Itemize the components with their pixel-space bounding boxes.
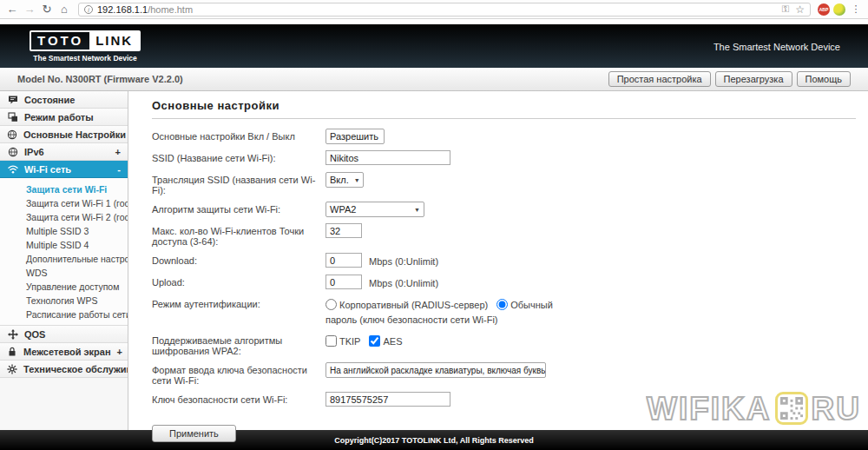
header-tagline: The Smartest Network Device bbox=[713, 42, 840, 52]
model-number: Model No. N300RT (Firmware V2.2.0) bbox=[17, 74, 183, 84]
form-row-wpa2-ciphers: Поддерживаемые алгоритмы шифрования WPA2… bbox=[152, 333, 856, 356]
browser-toolbar: ← → ↻ ⌂ i 192.168.1.1/home.htm ⚿ ☆ ABP ⋮ bbox=[0, 0, 868, 19]
gear-icon bbox=[7, 363, 17, 374]
sidebar-subitem[interactable]: WDS bbox=[0, 266, 128, 280]
brand-header: TOTO LINK The Smartest Network Device Th… bbox=[0, 24, 868, 68]
model-bar: Model No. N300RT (Firmware V2.2.0) Прост… bbox=[0, 68, 868, 91]
ssid-input[interactable] bbox=[326, 150, 450, 165]
mode-icon bbox=[7, 111, 18, 122]
key-format-select[interactable]: На английской раскладке клавиатуры, вклю… bbox=[326, 362, 546, 378]
sidebar-item-5[interactable]: QOS bbox=[0, 326, 128, 343]
upload-input[interactable] bbox=[326, 275, 362, 289]
form-row-ssid: SSID (Название сети Wi-Fi): bbox=[152, 150, 856, 166]
qos-icon bbox=[7, 328, 18, 340]
chevron-down-icon: ▼ bbox=[354, 177, 360, 183]
download-input[interactable] bbox=[326, 253, 362, 268]
wpa2-ciphers-option-0[interactable]: TKIP bbox=[326, 336, 360, 347]
sidebar-item-0[interactable]: Состояние bbox=[0, 91, 128, 109]
field-label: SSID (Название сети Wi-Fi): bbox=[152, 150, 326, 163]
sidebar-item-label: QOS bbox=[24, 329, 121, 340]
sidebar-subitem[interactable]: Multiple SSID 4 bbox=[0, 238, 128, 252]
auth-mode-option-0[interactable]: Корпоративный (RADIUS-сервер) bbox=[326, 300, 488, 310]
sidebar-nav: СостояниеРежим работыОсновные Настройки+… bbox=[0, 91, 128, 430]
totolink-logo: TOTO LINK The Smartest Network Device bbox=[30, 30, 141, 63]
star-icon[interactable]: ☆ bbox=[795, 3, 805, 16]
help-button[interactable]: Помощь bbox=[797, 71, 852, 87]
sidebar-item-7[interactable]: Техническое обслуживание+ bbox=[0, 361, 128, 378]
sidebar-subitem[interactable]: Дополнительные настройки bbox=[0, 252, 128, 266]
form-row-wifi-enable: Основные настройки Вкл / ВыклРазрешить▼ bbox=[152, 129, 856, 144]
sidebar-item-2[interactable]: Основные Настройки+ bbox=[0, 126, 128, 143]
ssid-broadcast-select[interactable]: Вкл.▼ bbox=[326, 172, 364, 188]
sidebar-item-label: Основные Настройки bbox=[23, 129, 126, 140]
sidebar-subitem[interactable]: Защита сети Wi-Fi 1 (гостевая) bbox=[0, 196, 128, 210]
sidebar-item-label: Режим работы bbox=[24, 112, 121, 122]
sidebar-subitem[interactable]: Multiple SSID 3 bbox=[0, 224, 128, 238]
sidebar-submenu: Защита сети Wi-FiЗащита сети Wi-Fi 1 (го… bbox=[0, 178, 128, 326]
field-label: Алгоритм защиты сети Wi-Fi: bbox=[152, 202, 326, 215]
field-label: Основные настройки Вкл / Выкл bbox=[152, 129, 326, 142]
sidebar-item-3[interactable]: IPv6+ bbox=[0, 143, 128, 161]
field-label: Макс. кол-во Wi-Fi-клиентов Точки доступ… bbox=[152, 223, 326, 247]
max-clients-input[interactable] bbox=[326, 223, 362, 238]
sidebar-item-1[interactable]: Режим работы bbox=[0, 109, 128, 126]
field-suffix: Mbps (0:Unlimit) bbox=[369, 276, 438, 288]
adblock-extension-icon[interactable]: ABP bbox=[818, 3, 830, 16]
form-row-download: Download:Mbps (0:Unlimit) bbox=[152, 253, 856, 268]
form-row-upload: Upload:Mbps (0:Unlimit) bbox=[152, 275, 856, 290]
easy-setup-button[interactable]: Простая настройка bbox=[608, 71, 711, 87]
form-row-ssid-broadcast: Трансляция SSID (названия сети Wi-Fi):Вк… bbox=[152, 172, 856, 195]
field-label: Ключ безопасности сети Wi-Fi: bbox=[152, 392, 326, 405]
home-icon[interactable]: ⌂ bbox=[57, 3, 71, 15]
sidebar-subitem[interactable]: Управление доступом bbox=[0, 280, 128, 294]
reload-icon[interactable]: ↻ bbox=[40, 3, 54, 15]
reboot-button[interactable]: Перезагрузка bbox=[715, 71, 792, 87]
sidebar-item-4[interactable]: Wi-Fi сеть- bbox=[0, 161, 128, 178]
sidebar-item-label: Межсетевой экран bbox=[23, 347, 111, 357]
field-label: Трансляция SSID (названия сети Wi-Fi): bbox=[152, 172, 326, 195]
globe-icon bbox=[7, 129, 17, 140]
field-label: Формат ввода ключа безопасности сети Wi-… bbox=[152, 362, 326, 386]
chevron-down-icon: ▼ bbox=[414, 207, 420, 213]
security-algorithm-select[interactable]: WPA2▼ bbox=[326, 202, 424, 217]
wifi-icon bbox=[7, 163, 18, 175]
settings-form: Основные настройки Вкл / ВыклРазрешить▼S… bbox=[152, 129, 856, 407]
browser-menu-icon[interactable]: ⋮ bbox=[849, 4, 863, 14]
title-divider bbox=[152, 118, 856, 119]
field-label: Upload: bbox=[152, 275, 326, 288]
form-row-auth-mode: Режим аутентификации:Корпоративный (RADI… bbox=[152, 296, 856, 327]
field-label: Режим аутентификации: bbox=[152, 296, 326, 309]
sidebar-subitem[interactable]: Расписание работы сети Wi-Fi bbox=[0, 308, 128, 321]
form-row-wifi-key: Ключ безопасности сети Wi-Fi: bbox=[152, 392, 856, 407]
url-text[interactable]: 192.168.1.1/home.htm bbox=[97, 4, 193, 15]
apply-button[interactable]: Применить bbox=[152, 425, 236, 442]
lock-icon bbox=[7, 346, 17, 357]
chevron-down-icon: ▼ bbox=[384, 134, 385, 140]
sidebar-item-label: Состояние bbox=[24, 95, 121, 105]
wpa2-ciphers-options: TKIPAES bbox=[326, 333, 411, 349]
form-row-security-algorithm: Алгоритм защиты сети Wi-Fi:WPA2▼ bbox=[152, 202, 856, 217]
form-row-key-format: Формат ввода ключа безопасности сети Wi-… bbox=[152, 362, 856, 386]
wifi-key-input[interactable] bbox=[326, 392, 450, 407]
auth-mode-options: Корпоративный (RADIUS-сервер)Обычный пар… bbox=[326, 296, 582, 327]
sidebar-item-6[interactable]: Межсетевой экран+ bbox=[0, 343, 128, 361]
logo-tagline: The Smartest Network Device bbox=[30, 54, 141, 63]
sidebar-subitem[interactable]: Технология WPS bbox=[0, 294, 128, 308]
form-row-max-clients: Макс. кол-во Wi-Fi-клиентов Точки доступ… bbox=[152, 223, 856, 247]
expand-toggle-icon: + bbox=[115, 147, 121, 157]
logo-link-text: LINK bbox=[89, 32, 139, 50]
wifi-enable-select[interactable]: Разрешить▼ bbox=[326, 129, 385, 144]
sidebar-item-label: Wi-Fi сеть bbox=[24, 164, 111, 175]
main-content: Основные настройки Основные настройки Вк… bbox=[128, 91, 868, 430]
back-icon[interactable]: ← bbox=[5, 3, 19, 15]
extension-icon[interactable] bbox=[833, 3, 845, 16]
forward-icon[interactable]: → bbox=[23, 3, 36, 15]
wpa2-ciphers-option-1[interactable]: AES bbox=[369, 336, 402, 347]
field-label: Поддерживаемые алгоритмы шифрования WPA2… bbox=[152, 333, 326, 356]
sidebar-subitem[interactable]: Защита сети Wi-Fi 2 (гостевая) bbox=[0, 210, 128, 224]
address-bar[interactable]: i 192.168.1.1/home.htm ⚿ ☆ bbox=[78, 3, 811, 17]
key-icon[interactable]: ⚿ bbox=[782, 3, 789, 15]
sidebar-subitem[interactable]: Защита сети Wi-Fi bbox=[0, 182, 128, 196]
field-label: Download: bbox=[152, 253, 326, 266]
info-icon[interactable]: i bbox=[84, 5, 93, 14]
